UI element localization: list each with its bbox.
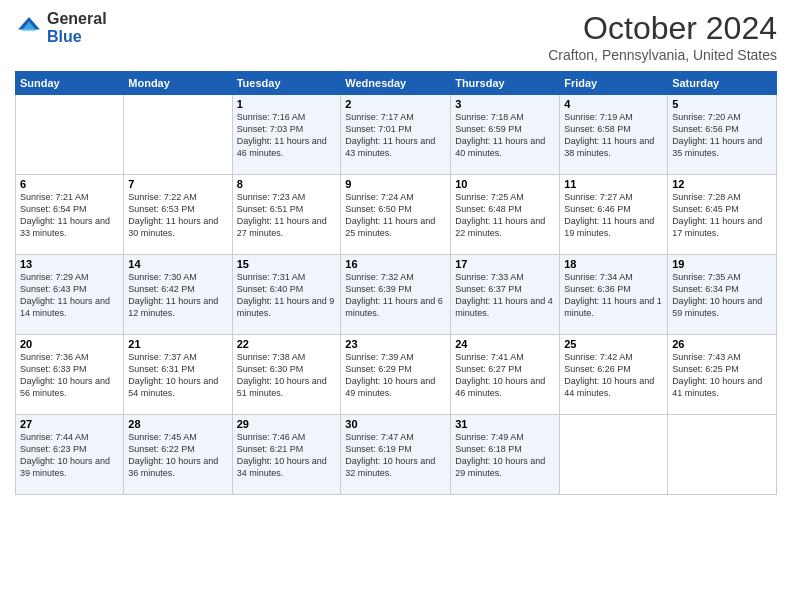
day-number: 30 <box>345 418 446 430</box>
calendar-table: Sunday Monday Tuesday Wednesday Thursday… <box>15 71 777 495</box>
calendar-cell: 24Sunrise: 7:41 AMSunset: 6:27 PMDayligh… <box>451 335 560 415</box>
col-sunday: Sunday <box>16 72 124 95</box>
day-info: Sunrise: 7:31 AMSunset: 6:40 PMDaylight:… <box>237 271 337 320</box>
day-number: 23 <box>345 338 446 350</box>
calendar-cell: 25Sunrise: 7:42 AMSunset: 6:26 PMDayligh… <box>560 335 668 415</box>
calendar-cell: 23Sunrise: 7:39 AMSunset: 6:29 PMDayligh… <box>341 335 451 415</box>
day-number: 12 <box>672 178 772 190</box>
calendar-cell: 6Sunrise: 7:21 AMSunset: 6:54 PMDaylight… <box>16 175 124 255</box>
day-number: 10 <box>455 178 555 190</box>
calendar-cell: 17Sunrise: 7:33 AMSunset: 6:37 PMDayligh… <box>451 255 560 335</box>
day-info: Sunrise: 7:23 AMSunset: 6:51 PMDaylight:… <box>237 191 337 240</box>
day-info: Sunrise: 7:25 AMSunset: 6:48 PMDaylight:… <box>455 191 555 240</box>
calendar-cell: 30Sunrise: 7:47 AMSunset: 6:19 PMDayligh… <box>341 415 451 495</box>
day-info: Sunrise: 7:21 AMSunset: 6:54 PMDaylight:… <box>20 191 119 240</box>
calendar-cell <box>560 415 668 495</box>
calendar-week-row: 27Sunrise: 7:44 AMSunset: 6:23 PMDayligh… <box>16 415 777 495</box>
calendar-cell: 27Sunrise: 7:44 AMSunset: 6:23 PMDayligh… <box>16 415 124 495</box>
calendar-cell: 28Sunrise: 7:45 AMSunset: 6:22 PMDayligh… <box>124 415 232 495</box>
day-number: 13 <box>20 258 119 270</box>
day-number: 5 <box>672 98 772 110</box>
calendar-week-row: 1Sunrise: 7:16 AMSunset: 7:03 PMDaylight… <box>16 95 777 175</box>
day-number: 2 <box>345 98 446 110</box>
calendar-week-row: 13Sunrise: 7:29 AMSunset: 6:43 PMDayligh… <box>16 255 777 335</box>
day-info: Sunrise: 7:30 AMSunset: 6:42 PMDaylight:… <box>128 271 227 320</box>
day-info: Sunrise: 7:41 AMSunset: 6:27 PMDaylight:… <box>455 351 555 400</box>
calendar-cell: 21Sunrise: 7:37 AMSunset: 6:31 PMDayligh… <box>124 335 232 415</box>
day-number: 17 <box>455 258 555 270</box>
month-title: October 2024 <box>548 10 777 47</box>
calendar-cell: 2Sunrise: 7:17 AMSunset: 7:01 PMDaylight… <box>341 95 451 175</box>
calendar-cell: 15Sunrise: 7:31 AMSunset: 6:40 PMDayligh… <box>232 255 341 335</box>
location: Crafton, Pennsylvania, United States <box>548 47 777 63</box>
calendar-cell: 5Sunrise: 7:20 AMSunset: 6:56 PMDaylight… <box>668 95 777 175</box>
day-info: Sunrise: 7:16 AMSunset: 7:03 PMDaylight:… <box>237 111 337 160</box>
day-number: 18 <box>564 258 663 270</box>
day-number: 25 <box>564 338 663 350</box>
calendar-cell: 4Sunrise: 7:19 AMSunset: 6:58 PMDaylight… <box>560 95 668 175</box>
day-info: Sunrise: 7:34 AMSunset: 6:36 PMDaylight:… <box>564 271 663 320</box>
calendar-cell: 18Sunrise: 7:34 AMSunset: 6:36 PMDayligh… <box>560 255 668 335</box>
day-number: 4 <box>564 98 663 110</box>
day-info: Sunrise: 7:38 AMSunset: 6:30 PMDaylight:… <box>237 351 337 400</box>
day-info: Sunrise: 7:36 AMSunset: 6:33 PMDaylight:… <box>20 351 119 400</box>
day-info: Sunrise: 7:44 AMSunset: 6:23 PMDaylight:… <box>20 431 119 480</box>
day-number: 14 <box>128 258 227 270</box>
day-info: Sunrise: 7:35 AMSunset: 6:34 PMDaylight:… <box>672 271 772 320</box>
day-number: 9 <box>345 178 446 190</box>
header-row: Sunday Monday Tuesday Wednesday Thursday… <box>16 72 777 95</box>
day-number: 29 <box>237 418 337 430</box>
day-number: 27 <box>20 418 119 430</box>
calendar-cell: 1Sunrise: 7:16 AMSunset: 7:03 PMDaylight… <box>232 95 341 175</box>
day-number: 6 <box>20 178 119 190</box>
day-number: 26 <box>672 338 772 350</box>
day-info: Sunrise: 7:43 AMSunset: 6:25 PMDaylight:… <box>672 351 772 400</box>
day-number: 11 <box>564 178 663 190</box>
col-monday: Monday <box>124 72 232 95</box>
day-number: 7 <box>128 178 227 190</box>
day-info: Sunrise: 7:47 AMSunset: 6:19 PMDaylight:… <box>345 431 446 480</box>
col-friday: Friday <box>560 72 668 95</box>
calendar-cell: 14Sunrise: 7:30 AMSunset: 6:42 PMDayligh… <box>124 255 232 335</box>
day-info: Sunrise: 7:46 AMSunset: 6:21 PMDaylight:… <box>237 431 337 480</box>
day-number: 15 <box>237 258 337 270</box>
day-info: Sunrise: 7:42 AMSunset: 6:26 PMDaylight:… <box>564 351 663 400</box>
day-info: Sunrise: 7:24 AMSunset: 6:50 PMDaylight:… <box>345 191 446 240</box>
day-info: Sunrise: 7:39 AMSunset: 6:29 PMDaylight:… <box>345 351 446 400</box>
col-tuesday: Tuesday <box>232 72 341 95</box>
calendar-cell <box>668 415 777 495</box>
calendar-cell: 12Sunrise: 7:28 AMSunset: 6:45 PMDayligh… <box>668 175 777 255</box>
calendar-cell: 9Sunrise: 7:24 AMSunset: 6:50 PMDaylight… <box>341 175 451 255</box>
calendar-page: General Blue October 2024 Crafton, Penns… <box>0 0 792 612</box>
calendar-cell: 20Sunrise: 7:36 AMSunset: 6:33 PMDayligh… <box>16 335 124 415</box>
logo: General Blue <box>15 10 107 46</box>
day-info: Sunrise: 7:37 AMSunset: 6:31 PMDaylight:… <box>128 351 227 400</box>
day-info: Sunrise: 7:22 AMSunset: 6:53 PMDaylight:… <box>128 191 227 240</box>
title-block: October 2024 Crafton, Pennsylvania, Unit… <box>548 10 777 63</box>
day-info: Sunrise: 7:33 AMSunset: 6:37 PMDaylight:… <box>455 271 555 320</box>
col-saturday: Saturday <box>668 72 777 95</box>
day-number: 16 <box>345 258 446 270</box>
calendar-cell: 8Sunrise: 7:23 AMSunset: 6:51 PMDaylight… <box>232 175 341 255</box>
day-number: 19 <box>672 258 772 270</box>
day-number: 1 <box>237 98 337 110</box>
calendar-cell: 7Sunrise: 7:22 AMSunset: 6:53 PMDaylight… <box>124 175 232 255</box>
day-info: Sunrise: 7:17 AMSunset: 7:01 PMDaylight:… <box>345 111 446 160</box>
day-number: 3 <box>455 98 555 110</box>
calendar-cell: 16Sunrise: 7:32 AMSunset: 6:39 PMDayligh… <box>341 255 451 335</box>
day-number: 8 <box>237 178 337 190</box>
day-number: 31 <box>455 418 555 430</box>
day-info: Sunrise: 7:20 AMSunset: 6:56 PMDaylight:… <box>672 111 772 160</box>
calendar-week-row: 6Sunrise: 7:21 AMSunset: 6:54 PMDaylight… <box>16 175 777 255</box>
day-info: Sunrise: 7:32 AMSunset: 6:39 PMDaylight:… <box>345 271 446 320</box>
day-info: Sunrise: 7:28 AMSunset: 6:45 PMDaylight:… <box>672 191 772 240</box>
day-number: 22 <box>237 338 337 350</box>
calendar-cell <box>16 95 124 175</box>
day-number: 20 <box>20 338 119 350</box>
calendar-week-row: 20Sunrise: 7:36 AMSunset: 6:33 PMDayligh… <box>16 335 777 415</box>
calendar-cell: 19Sunrise: 7:35 AMSunset: 6:34 PMDayligh… <box>668 255 777 335</box>
calendar-cell <box>124 95 232 175</box>
day-info: Sunrise: 7:45 AMSunset: 6:22 PMDaylight:… <box>128 431 227 480</box>
calendar-cell: 31Sunrise: 7:49 AMSunset: 6:18 PMDayligh… <box>451 415 560 495</box>
calendar-cell: 10Sunrise: 7:25 AMSunset: 6:48 PMDayligh… <box>451 175 560 255</box>
